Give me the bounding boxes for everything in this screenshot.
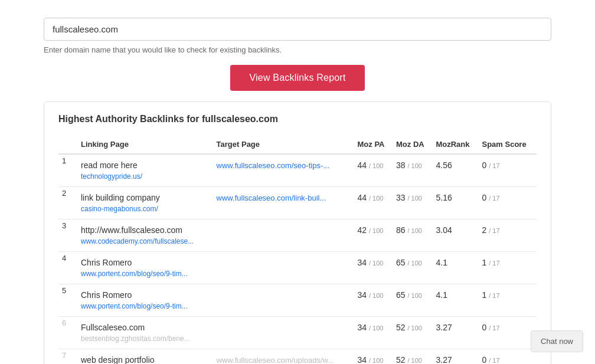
moz-pa-denom: / 100	[369, 324, 383, 332]
moz-da-value: 86	[396, 225, 406, 235]
mozrank-value: 5.16	[436, 193, 452, 202]
moz-da-denom: / 100	[408, 292, 422, 299]
link-domain[interactable]: bestsenblog.zghositas.com/bene...	[81, 335, 190, 343]
spam-denom: / 17	[489, 357, 499, 364]
link-title: read more here	[81, 160, 210, 170]
moz-pa-value: 44	[358, 193, 367, 202]
mozrank-cell: 3.04	[432, 219, 478, 252]
spam-denom: / 17	[489, 260, 499, 267]
table-body: 1read more heretechnologypride.us/www.fu…	[58, 154, 537, 364]
link-title: Chris Romero	[81, 258, 210, 267]
moz-pa-cell: 44 / 100	[354, 187, 393, 219]
table-row: 5Chris Romerowww.portent.com/blog/seo/9-…	[58, 284, 537, 317]
row-num: 6	[58, 317, 77, 349]
target-link[interactable]: www.fullscaleseo.com/uploads/w...	[217, 356, 334, 364]
moz-pa-value: 34	[358, 290, 367, 300]
linking-page-cell: http://www.fullscaleseo.comwww.codecadem…	[77, 219, 213, 252]
spam-score-cell: 0 / 17	[478, 154, 537, 187]
moz-pa-denom: / 100	[369, 292, 383, 299]
row-num: 2	[58, 187, 77, 219]
results-title: Highest Authority Backlinks for fullscal…	[58, 114, 537, 124]
row-num: 4	[58, 252, 77, 284]
spam-score-cell: 1 / 17	[478, 252, 537, 284]
moz-pa-value: 34	[358, 258, 367, 267]
moz-da-denom: / 100	[408, 195, 422, 202]
link-domain[interactable]: www.codecademy.com/fullscalese...	[81, 237, 194, 245]
target-page-cell: www.fullscaleseo.com/link-buil...	[213, 187, 354, 219]
moz-pa-denom: / 100	[369, 195, 383, 202]
table-row: 6Fullscaleseo.combestsenblog.zghositas.c…	[58, 317, 537, 349]
linking-page-cell: web design portfoliowww.fullscaleseo.com…	[77, 349, 213, 365]
spam-score-cell: 1 / 17	[478, 284, 537, 317]
moz-da-value: 52	[396, 355, 406, 364]
spam-value: 0	[482, 193, 486, 202]
col-moz-da: Moz DA	[393, 135, 432, 154]
linking-page-cell: read more heretechnologypride.us/	[77, 154, 213, 187]
linking-page-cell: Fullscaleseo.combestsenblog.zghositas.co…	[77, 317, 213, 349]
moz-da-denom: / 100	[408, 324, 422, 332]
moz-da-denom: / 100	[408, 357, 422, 364]
spam-value: 2	[482, 225, 486, 235]
target-link[interactable]: www.fullscaleseo.com/link-buil...	[217, 194, 326, 202]
search-hint: Enter domain name that you would like to…	[44, 45, 551, 54]
row-num: 7	[58, 349, 77, 365]
spam-denom: / 17	[489, 292, 499, 299]
target-page-cell	[213, 252, 354, 284]
mozrank-value: 4.1	[436, 290, 447, 300]
col-target-page: Target Page	[213, 135, 354, 154]
mozrank-cell: 3.27	[432, 349, 478, 365]
target-page-cell: www.fullscaleseo.com/seo-tips-...	[213, 154, 354, 187]
moz-pa-denom: / 100	[369, 227, 383, 234]
table-row: 1read more heretechnologypride.us/www.fu…	[58, 154, 537, 187]
moz-da-cell: 38 / 100	[393, 154, 432, 187]
row-num: 3	[58, 219, 77, 252]
col-moz-pa: Moz PA	[354, 135, 393, 154]
moz-pa-cell: 42 / 100	[354, 219, 393, 252]
spam-score-cell: 0 / 17	[478, 187, 537, 219]
col-linking-page: Linking Page	[77, 135, 213, 154]
link-domain[interactable]: www.portent.com/blog/seo/9-tim...	[81, 302, 188, 310]
moz-da-denom: / 100	[408, 162, 422, 169]
target-link[interactable]: www.fullscaleseo.com/seo-tips-...	[217, 161, 329, 170]
table-row: 3http://www.fullscaleseo.comwww.codecade…	[58, 219, 537, 252]
mozrank-cell: 3.27	[432, 317, 478, 349]
results-card: Highest Authority Backlinks for fullscal…	[44, 101, 551, 364]
row-num: 5	[58, 284, 77, 317]
link-title: http://www.fullscaleseo.com	[81, 225, 210, 235]
link-domain[interactable]: casino-megabonus.com/	[81, 205, 158, 213]
link-domain[interactable]: technologypride.us/	[81, 172, 142, 181]
moz-da-value: 33	[396, 193, 406, 202]
moz-pa-value: 34	[358, 355, 367, 364]
moz-da-cell: 65 / 100	[393, 284, 432, 317]
spam-value: 0	[482, 160, 486, 170]
moz-pa-cell: 34 / 100	[354, 317, 393, 349]
moz-da-value: 65	[396, 258, 406, 267]
domain-search-input[interactable]	[44, 18, 551, 41]
link-title: Fullscaleseo.com	[81, 323, 210, 332]
link-title: Chris Romero	[81, 290, 210, 300]
spam-value: 0	[482, 355, 486, 364]
mozrank-cell: 4.56	[432, 154, 478, 187]
backlinks-table: Linking Page Target Page Moz PA Moz DA M…	[58, 135, 537, 364]
col-mozrank: MozRank	[432, 135, 478, 154]
moz-pa-value: 34	[358, 323, 367, 332]
row-num: 1	[58, 154, 77, 187]
mozrank-cell: 5.16	[432, 187, 478, 219]
moz-pa-value: 42	[358, 225, 367, 235]
view-backlinks-button[interactable]: View Backlinks Report	[230, 65, 364, 91]
linking-page-cell: link building companycasino-megabonus.co…	[77, 187, 213, 219]
moz-pa-denom: / 100	[369, 260, 383, 267]
spam-score-cell: 2 / 17	[478, 219, 537, 252]
table-row: 2link building companycasino-megabonus.c…	[58, 187, 537, 219]
chat-widget[interactable]: Chat now	[531, 330, 583, 352]
moz-pa-denom: / 100	[369, 357, 383, 364]
target-page-cell	[213, 219, 354, 252]
moz-pa-cell: 34 / 100	[354, 349, 393, 365]
moz-pa-cell: 44 / 100	[354, 154, 393, 187]
moz-da-value: 38	[396, 160, 406, 170]
moz-da-denom: / 100	[408, 260, 422, 267]
page-wrapper: Enter domain name that you would like to…	[32, 0, 563, 364]
spam-denom: / 17	[489, 324, 499, 332]
link-domain[interactable]: www.portent.com/blog/seo/9-tim...	[81, 270, 188, 278]
spam-denom: / 17	[489, 195, 499, 202]
